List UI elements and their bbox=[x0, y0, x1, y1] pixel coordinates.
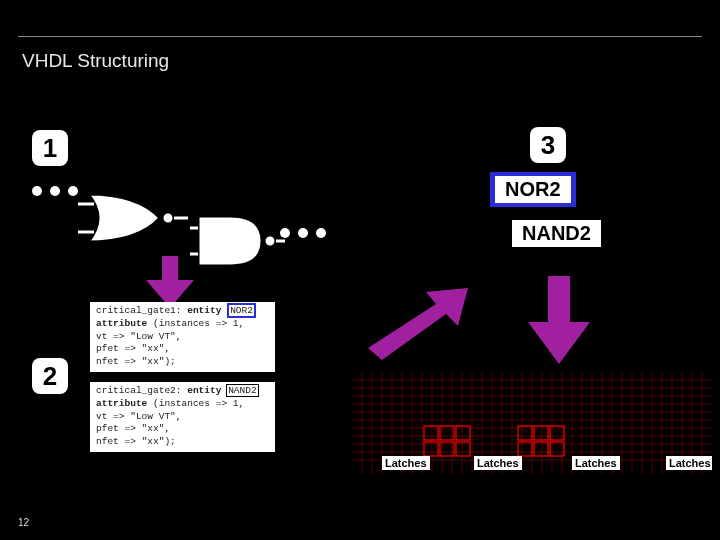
svg-marker-9 bbox=[368, 288, 468, 360]
code-keyword: entity bbox=[187, 305, 221, 316]
step-badge-3: 3 bbox=[530, 127, 566, 163]
svg-point-0 bbox=[162, 212, 174, 224]
ellipsis-dots bbox=[32, 186, 78, 196]
latch-label: Latches bbox=[382, 456, 430, 470]
code-keyword: attribute bbox=[96, 318, 147, 329]
code-keyword: attribute bbox=[96, 398, 147, 409]
latch-label: Latches bbox=[474, 456, 522, 470]
svg-marker-10 bbox=[528, 276, 590, 364]
ellipsis-dots bbox=[280, 228, 326, 238]
step-badge-2: 2 bbox=[32, 358, 68, 394]
code-line: vt => "Low VT", bbox=[96, 411, 269, 424]
code-line: pfet => "xx", bbox=[96, 343, 269, 356]
code-line: vt => "Low VT", bbox=[96, 331, 269, 344]
arrow-upright-icon bbox=[368, 286, 488, 366]
chip-layout-panel: Latches Latches Latches Latches bbox=[352, 372, 712, 474]
code-line: pfet => "xx", bbox=[96, 423, 269, 436]
divider-top bbox=[18, 36, 702, 37]
page-title: VHDL Structuring bbox=[22, 50, 169, 72]
nor2-label: NOR2 bbox=[490, 172, 576, 207]
vhdl-code-gate1: critical_gate1: entity NOR2 attribute (i… bbox=[90, 302, 275, 372]
vhdl-code-gate2: critical_gate2: entity NAND2 attribute (… bbox=[90, 382, 275, 452]
latch-label: Latches bbox=[572, 456, 620, 470]
code-entity-ref: NAND2 bbox=[227, 385, 258, 396]
svg-marker-8 bbox=[146, 256, 194, 308]
page-number: 12 bbox=[18, 517, 29, 528]
nor-gate-icon bbox=[78, 190, 188, 246]
code-text: (instances => 1, bbox=[147, 398, 244, 409]
code-text: critical_gate2: bbox=[96, 385, 187, 396]
step-badge-1: 1 bbox=[32, 130, 68, 166]
code-entity-ref: NOR2 bbox=[227, 303, 256, 318]
code-line: nfet => "xx"); bbox=[96, 356, 269, 369]
code-text: critical_gate1: bbox=[96, 305, 187, 316]
svg-point-4 bbox=[264, 235, 276, 247]
nand2-label: NAND2 bbox=[510, 218, 603, 249]
code-line: nfet => "xx"); bbox=[96, 436, 269, 449]
nand-gate-icon bbox=[190, 212, 285, 270]
code-keyword: entity bbox=[187, 385, 221, 396]
arrow-down-icon bbox=[522, 276, 596, 368]
code-text: (instances => 1, bbox=[147, 318, 244, 329]
latch-label: Latches bbox=[666, 456, 712, 470]
